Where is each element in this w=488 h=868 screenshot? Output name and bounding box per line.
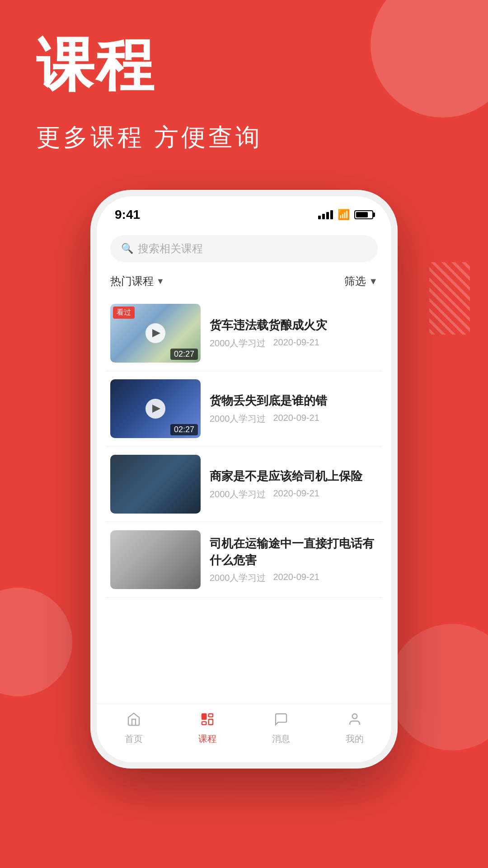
bottom-nav: 首页 课程 (97, 703, 391, 762)
learner-count: 2000人学习过 (210, 413, 266, 425)
search-icon: 🔍 (121, 243, 133, 255)
nav-item-course[interactable]: 课程 (198, 712, 216, 745)
course-list: 看过 02:27 货车违法载货酿成火灾 2000人学习过 2020-09-21 (97, 296, 391, 598)
course-title: 货物丢失到底是谁的错 (210, 392, 378, 409)
course-title: 货车违法载货酿成火灾 (210, 317, 378, 333)
phone-inner: 9:41 📶 🔍 搜 (97, 196, 391, 762)
play-icon (152, 329, 160, 337)
course-meta: 2000人学习过 2020-09-21 (210, 572, 378, 584)
status-time: 9:41 (115, 208, 140, 222)
nav-label-message: 消息 (272, 733, 290, 745)
filter-label: 筛选 (344, 274, 366, 288)
search-bar[interactable]: 🔍 搜索相关课程 (110, 235, 378, 262)
course-date: 2020-09-21 (273, 488, 319, 500)
chevron-down-icon: ▼ (156, 277, 164, 286)
course-thumbnail: 看过 02:27 (110, 304, 201, 363)
header: 课程 更多课程 方便查询 (36, 36, 263, 154)
course-date: 2020-09-21 (273, 337, 319, 349)
page-subtitle: 更多课程 方便查询 (36, 121, 263, 154)
bg-circle-top-right (371, 0, 488, 118)
duration-badge: 02:27 (170, 349, 198, 360)
profile-icon (347, 712, 362, 730)
learner-count: 2000人学习过 (210, 488, 266, 500)
home-icon (127, 712, 141, 730)
course-thumbnail (110, 530, 201, 589)
bg-circle-bottom-right (389, 624, 488, 750)
page-title: 课程 (36, 36, 263, 94)
course-info: 司机在运输途中一直接打电话有什么危害 2000人学习过 2020-09-21 (210, 535, 378, 584)
list-item[interactable]: 02:27 货物丢失到底是谁的错 2000人学习过 2020-09-21 (106, 371, 382, 447)
message-icon (274, 712, 288, 730)
list-item[interactable]: 商家是不是应该给司机上保险 2000人学习过 2020-09-21 (106, 447, 382, 522)
course-thumbnail: 02:27 (110, 379, 201, 438)
svg-point-4 (352, 714, 357, 719)
course-info: 货物丢失到底是谁的错 2000人学习过 2020-09-21 (210, 392, 378, 425)
filter-bar: 热门课程 ▼ 筛选 ▼ (97, 269, 391, 296)
nav-label-home: 首页 (125, 733, 143, 745)
bg-stripes (429, 262, 470, 335)
filter-button[interactable]: 筛选 ▼ (344, 274, 378, 288)
play-icon (152, 405, 160, 413)
nav-label-course: 课程 (198, 733, 216, 745)
course-meta: 2000人学习过 2020-09-21 (210, 488, 378, 500)
search-container: 🔍 搜索相关课程 (97, 228, 391, 269)
play-button[interactable] (145, 323, 165, 343)
category-label: 热门课程 (110, 274, 154, 288)
bg-circle-bottom-left (0, 588, 72, 696)
nav-item-profile[interactable]: 我的 (346, 712, 364, 745)
phone-outer: 9:41 📶 🔍 搜 (90, 190, 398, 769)
learner-count: 2000人学习过 (210, 572, 266, 584)
svg-rect-0 (202, 714, 206, 719)
wifi-icon: 📶 (338, 209, 350, 221)
duration-badge: 02:27 (170, 424, 198, 435)
nav-item-home[interactable]: 首页 (125, 712, 143, 745)
svg-rect-2 (208, 719, 212, 725)
phone-notch (199, 196, 289, 212)
list-item[interactable]: 司机在运输途中一直接打电话有什么危害 2000人学习过 2020-09-21 (106, 522, 382, 598)
course-meta: 2000人学习过 2020-09-21 (210, 413, 378, 425)
course-info: 商家是不是应该给司机上保险 2000人学习过 2020-09-21 (210, 468, 378, 500)
svg-rect-3 (202, 722, 206, 725)
nav-label-profile: 我的 (346, 733, 364, 745)
course-meta: 2000人学习过 2020-09-21 (210, 337, 378, 349)
signal-icon (318, 210, 333, 219)
play-button[interactable] (145, 399, 165, 419)
watched-badge: 看过 (113, 307, 135, 319)
phone-mockup: 9:41 📶 🔍 搜 (90, 190, 398, 769)
search-input[interactable]: 搜索相关课程 (138, 241, 203, 256)
status-icons: 📶 (318, 209, 373, 221)
course-icon (200, 712, 215, 730)
learner-count: 2000人学习过 (210, 337, 266, 349)
list-item[interactable]: 看过 02:27 货车违法载货酿成火灾 2000人学习过 2020-09-21 (106, 296, 382, 371)
battery-icon (354, 210, 373, 219)
course-title: 商家是不是应该给司机上保险 (210, 468, 378, 484)
course-title: 司机在运输途中一直接打电话有什么危害 (210, 535, 378, 568)
funnel-icon: ▼ (369, 276, 378, 287)
course-date: 2020-09-21 (273, 413, 319, 425)
category-filter[interactable]: 热门课程 ▼ (110, 274, 164, 288)
nav-item-message[interactable]: 消息 (272, 712, 290, 745)
svg-rect-1 (208, 714, 212, 717)
course-info: 货车违法载货酿成火灾 2000人学习过 2020-09-21 (210, 317, 378, 349)
course-date: 2020-09-21 (273, 572, 319, 584)
course-thumbnail (110, 455, 201, 514)
